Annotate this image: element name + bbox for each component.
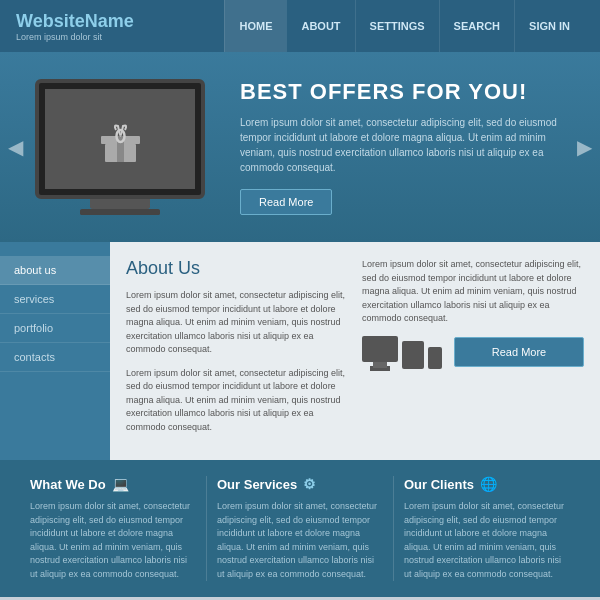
feature-our-clients-text: Lorem ipsum dolor sit amet, consectetur … bbox=[404, 500, 570, 581]
sidebar-item-about-us[interactable]: about us bbox=[0, 256, 110, 285]
about-text-2: Lorem ipsum dolor sit amet, consectetur … bbox=[126, 367, 348, 435]
header: WebsiteName Lorem ipsum dolor sit HOME A… bbox=[0, 0, 600, 52]
devices-icons bbox=[362, 336, 442, 369]
sidebar-item-services[interactable]: services bbox=[0, 285, 110, 314]
sidebar-item-contacts[interactable]: contacts bbox=[0, 343, 110, 372]
hero-text: BEST OFFERS FOR YOU! Lorem ipsum dolor s… bbox=[240, 79, 580, 215]
feature-our-clients: Our Clients 🌐 Lorem ipsum dolor sit amet… bbox=[394, 476, 580, 581]
feature-what-we-do-title: What We Do 💻 bbox=[30, 476, 196, 492]
nav-home[interactable]: HOME bbox=[224, 0, 286, 52]
logo-subtitle: Lorem ipsum dolor sit bbox=[16, 32, 176, 42]
about-right-col: Lorem ipsum dolor sit amet, consectetur … bbox=[362, 258, 584, 444]
sidebar: about us services portfolio contacts bbox=[0, 242, 110, 460]
features-section: What We Do 💻 Lorem ipsum dolor sit amet,… bbox=[0, 460, 600, 597]
desktop-icon bbox=[362, 336, 398, 362]
logo-part2: Name bbox=[85, 11, 134, 31]
about-read-more-button[interactable]: Read More bbox=[454, 337, 584, 367]
sidebar-item-portfolio[interactable]: portfolio bbox=[0, 314, 110, 343]
feature-clients-text: Our Clients bbox=[404, 477, 474, 492]
feature-what-we-do: What We Do 💻 Lorem ipsum dolor sit amet,… bbox=[20, 476, 207, 581]
logo: WebsiteName Lorem ipsum dolor sit bbox=[16, 11, 176, 42]
hero-title: BEST OFFERS FOR YOU! bbox=[240, 79, 580, 105]
nav-settings[interactable]: SETTINGS bbox=[355, 0, 439, 52]
hero-read-more-button[interactable]: Read More bbox=[240, 189, 332, 215]
our-clients-icon: 🌐 bbox=[480, 476, 497, 492]
about-bottom-row: Read More bbox=[362, 336, 584, 369]
about-text-1: Lorem ipsum dolor sit amet, consectetur … bbox=[126, 289, 348, 357]
logo-part1: Website bbox=[16, 11, 85, 31]
about-left-col: About Us Lorem ipsum dolor sit amet, con… bbox=[126, 258, 362, 444]
feature-services-text: Our Services bbox=[217, 477, 297, 492]
tablet-icon bbox=[402, 341, 424, 369]
phone-icon bbox=[428, 347, 442, 369]
feature-title-text: What We Do bbox=[30, 477, 106, 492]
logo-title: WebsiteName bbox=[16, 11, 176, 32]
nav-search[interactable]: SEARCH bbox=[439, 0, 514, 52]
monitor-area bbox=[20, 79, 220, 215]
next-arrow[interactable]: ▶ bbox=[577, 135, 592, 159]
about-text-3: Lorem ipsum dolor sit amet, consectetur … bbox=[362, 258, 584, 326]
feature-what-we-do-text: Lorem ipsum dolor sit amet, consectetur … bbox=[30, 500, 196, 581]
about-title: About Us bbox=[126, 258, 348, 279]
monitor-screen bbox=[45, 89, 195, 189]
our-services-icon: ⚙ bbox=[303, 476, 316, 492]
nav-about[interactable]: ABOUT bbox=[286, 0, 354, 52]
feature-our-clients-title: Our Clients 🌐 bbox=[404, 476, 570, 492]
monitor bbox=[35, 79, 205, 199]
main-nav: HOME ABOUT SETTINGS SEARCH SIGN IN bbox=[176, 0, 584, 52]
feature-our-services: Our Services ⚙ Lorem ipsum dolor sit ame… bbox=[207, 476, 394, 581]
nav-signin[interactable]: SIGN IN bbox=[514, 0, 584, 52]
feature-our-services-title: Our Services ⚙ bbox=[217, 476, 383, 492]
hero-section: ◀ BEST OFFERS FOR YO bbox=[0, 52, 600, 242]
feature-our-services-text: Lorem ipsum dolor sit amet, consectetur … bbox=[217, 500, 383, 581]
gift-icon bbox=[93, 112, 148, 167]
prev-arrow[interactable]: ◀ bbox=[8, 135, 23, 159]
hero-body: Lorem ipsum dolor sit amet, consectetur … bbox=[240, 115, 580, 175]
what-we-do-icon: 💻 bbox=[112, 476, 129, 492]
content-section: about us services portfolio contacts Abo… bbox=[0, 242, 600, 460]
main-content: About Us Lorem ipsum dolor sit amet, con… bbox=[110, 242, 600, 460]
